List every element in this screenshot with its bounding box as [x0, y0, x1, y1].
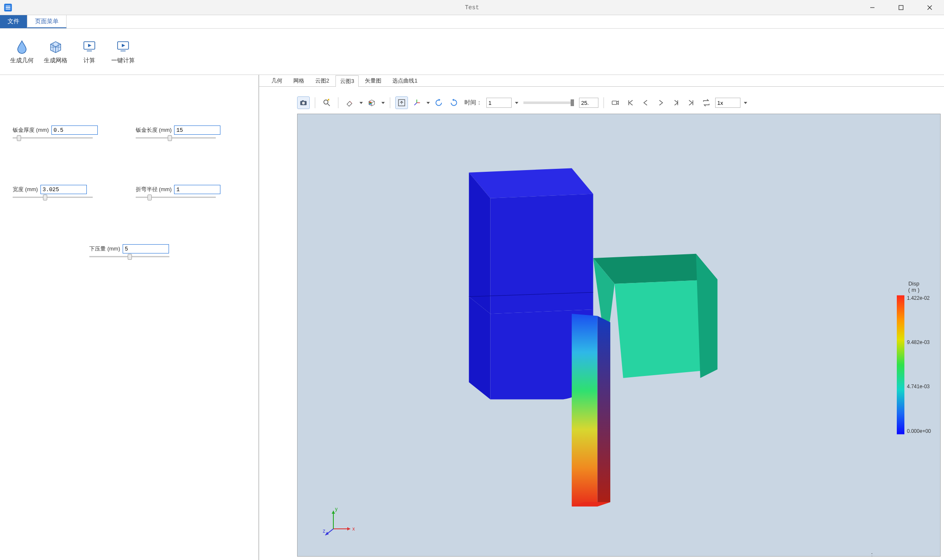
fit-view-icon[interactable] [395, 96, 408, 109]
svg-point-12 [324, 100, 328, 104]
svg-line-20 [414, 103, 417, 105]
svg-text:y: y [335, 506, 338, 512]
loop-icon[interactable] [700, 96, 713, 109]
param-label: 钣金长度 (mm) [136, 126, 172, 134]
svg-point-10 [302, 102, 305, 105]
svg-marker-28 [469, 297, 491, 400]
tab-cloud3[interactable]: 云图3 [335, 75, 359, 87]
rotate-cw-icon[interactable] [432, 96, 445, 109]
tab-cloud2[interactable]: 云图2 [311, 75, 334, 86]
time-label: 时间： [464, 99, 482, 107]
speed-combo[interactable] [715, 98, 740, 108]
svg-text:z: z [323, 528, 325, 534]
eraser-icon[interactable] [343, 96, 356, 109]
tab-mesh[interactable]: 网格 [289, 75, 309, 86]
svg-marker-44 [325, 532, 329, 535]
legend-ticks: 1.422e-02 9.482e-03 4.741e-03 0.000e+00 [907, 295, 931, 434]
timeline-slider[interactable] [523, 101, 574, 104]
svg-rect-11 [302, 100, 304, 101]
play-monitor-icon [82, 39, 97, 54]
width-input[interactable] [40, 185, 87, 194]
param-thickness: 钣金厚度 (mm) [13, 125, 123, 139]
svg-line-13 [328, 104, 330, 106]
svg-rect-15 [369, 103, 371, 104]
tab-vector[interactable]: 矢量图 [360, 75, 386, 86]
skip-first-icon[interactable] [624, 96, 637, 109]
close-button[interactable] [915, 0, 944, 15]
viewer-toolbar: 时间： [297, 95, 941, 110]
axes-icon[interactable] [410, 96, 423, 109]
play-icon[interactable] [654, 96, 667, 109]
svg-rect-14 [369, 102, 371, 103]
chevron-down-icon[interactable] [381, 102, 385, 104]
compute-button[interactable]: 计算 [72, 31, 106, 72]
camera-icon[interactable] [297, 96, 310, 109]
svg-marker-25 [469, 168, 593, 198]
play-monitor-icon [115, 39, 131, 54]
window-controls [858, 0, 944, 15]
param-press: 下压量 (mm) [13, 244, 246, 257]
press-input[interactable] [123, 244, 169, 253]
generate-geometry-button[interactable]: 生成几何 [5, 31, 39, 72]
width-slider[interactable] [13, 197, 93, 198]
chevron-down-icon[interactable] [359, 102, 363, 104]
axis-triad-icon: x y z [323, 506, 357, 539]
param-label: 折弯半径 (mm) [136, 186, 172, 193]
minimize-button[interactable] [858, 0, 887, 15]
param-label: 宽度 (mm) [13, 186, 38, 193]
magnifier-icon[interactable] [320, 96, 333, 109]
frame-input[interactable] [486, 98, 512, 108]
chevron-down-icon[interactable] [426, 102, 430, 104]
svg-rect-21 [612, 101, 617, 104]
param-label: 钣金厚度 (mm) [13, 126, 49, 134]
colormap-cube-icon[interactable] [365, 96, 378, 109]
bend-radius-slider[interactable] [136, 197, 216, 198]
legend-tick: 1.422e-02 [907, 295, 931, 301]
tab-geometry[interactable]: 几何 [267, 75, 287, 86]
frame-end-input[interactable] [579, 98, 598, 108]
viewer-wrap: 时间： [259, 87, 944, 560]
parameter-panel: 钣金厚度 (mm) 钣金长度 (mm) 宽度 (mm) [0, 75, 259, 560]
skip-last-icon[interactable] [685, 96, 697, 109]
raindrop-icon [14, 39, 30, 54]
length-input[interactable] [174, 125, 220, 135]
legend-tick: 4.741e-03 [907, 384, 931, 390]
view-tab-bar: 几何 网格 云图2 云图3 矢量图 选点曲线1 [259, 75, 944, 87]
svg-rect-2 [899, 5, 903, 10]
legend-title: Disp ( m ) [897, 280, 931, 293]
tab-page-menu[interactable]: 页面菜单 [27, 15, 67, 28]
view-area: 几何 网格 云图2 云图3 矢量图 选点曲线1 [259, 75, 944, 560]
maximize-button[interactable] [887, 0, 915, 15]
svg-marker-27 [491, 194, 593, 314]
ribbon-label: 生成几何 [10, 57, 34, 64]
status-text: : [871, 551, 873, 557]
ribbon-tab-bar: 文件 页面菜单 [0, 15, 944, 29]
rotate-ccw-icon[interactable] [448, 96, 460, 109]
ribbon-label: 计算 [83, 57, 95, 64]
one-click-compute-button[interactable]: 一键计算 [106, 31, 140, 72]
thickness-slider[interactable] [13, 137, 93, 139]
tab-pick-curve[interactable]: 选点曲线1 [388, 75, 422, 86]
step-forward-icon[interactable] [670, 96, 682, 109]
mesh-cube-icon [48, 39, 63, 54]
svg-marker-34 [572, 314, 598, 507]
legend-tick: 0.000e+00 [907, 428, 931, 434]
chevron-down-icon[interactable] [515, 102, 518, 104]
viewport-3d[interactable]: x y z Disp ( m ) [297, 114, 941, 557]
workspace: 钣金厚度 (mm) 钣金长度 (mm) 宽度 (mm) [0, 75, 944, 560]
legend-tick: 9.482e-03 [907, 339, 931, 345]
param-length: 钣金长度 (mm) [136, 125, 246, 139]
step-back-icon[interactable] [639, 96, 652, 109]
video-camera-icon[interactable] [609, 96, 622, 109]
color-legend: Disp ( m ) 1.422e-02 9.482e-03 4.741e-03… [897, 280, 931, 434]
generate-mesh-button[interactable]: 生成网格 [39, 31, 72, 72]
thickness-input[interactable] [51, 125, 98, 135]
length-slider[interactable] [136, 137, 216, 139]
svg-marker-38 [347, 527, 350, 531]
chevron-down-icon[interactable] [744, 102, 747, 104]
title-bar: Test [0, 0, 944, 15]
tab-file[interactable]: 文件 [0, 15, 27, 28]
press-slider[interactable] [89, 256, 169, 257]
legend-gradient-bar [897, 295, 904, 434]
bend-radius-input[interactable] [174, 185, 220, 194]
